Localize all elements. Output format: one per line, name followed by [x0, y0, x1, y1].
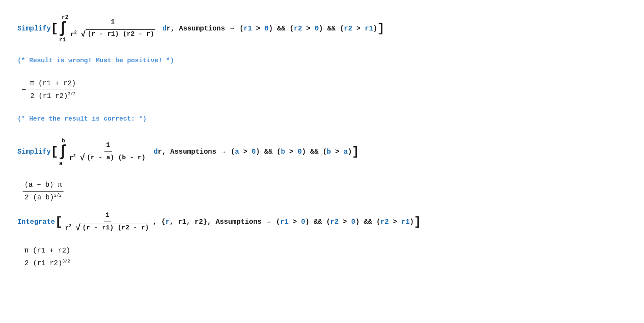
comment-text-1: (* Result is wrong! Must be positive! *)	[17, 56, 627, 66]
out-denom-3: 2 (r1 r2)3/2	[23, 257, 72, 269]
assumptions-value-3: (r1 > 0) && (r2 > 0) && (r2 > r1)	[276, 217, 414, 227]
cell-1-input: Simplify[ r2 ∫ r1 1 r2 √(r - r1) (r2 - r…	[17, 13, 627, 44]
dr-2: dr	[154, 147, 162, 157]
input-expression-2: Simplify[ b ∫ a 1 r2 √(r - a) (b - r) dr…	[17, 137, 627, 168]
close-bracket-2: ]	[352, 146, 359, 158]
int-symbol-1: ∫	[58, 22, 68, 36]
integrate-keyword: Integrate	[17, 217, 55, 227]
output-fraction-3: π (r1 + r2) 2 (r1 r2)3/2	[23, 246, 72, 269]
output-expr-2: (a + b) π 2 (a b)3/2	[22, 180, 627, 203]
assumptions-keyword-2: Assumptions	[170, 147, 216, 157]
integration-range: {r, r1, r2}	[161, 217, 208, 227]
integral-2: b ∫ a 1 r2 √(r - a) (b - r)	[58, 137, 150, 168]
cell-2-input: Simplify[ b ∫ a 1 r2 √(r - a) (b - r) dr…	[17, 137, 627, 168]
comment-2: (* Here the result is correct: *)	[17, 114, 627, 124]
output-2: (a + b) π 2 (a b)3/2	[22, 180, 627, 203]
numerator-1: 1	[109, 17, 117, 29]
denominator-1: r2 √(r - r1) (r2 - r)	[68, 28, 157, 40]
cell-3-input: Integrate[ 1 r2 √(r - r1) (r2 - r) , {r,…	[17, 211, 627, 233]
assumptions-value-2: (a > 0) && (b > 0) && (b > a)	[231, 147, 352, 157]
output-fraction-2: (a + b) π 2 (a b)3/2	[23, 180, 64, 203]
simplify-keyword-1: Simplify	[17, 24, 51, 34]
integral-1: r2 ∫ r1 1 r2 √(r - r1) (r2 - r)	[58, 13, 158, 44]
denominator-2: r2 √(r - a) (b - r)	[67, 152, 148, 164]
out-numer-2: (a + b) π	[23, 180, 64, 192]
numerator-2: 1	[104, 141, 112, 152]
comment-text-2: (* Here the result is correct: *)	[17, 114, 627, 124]
assumptions-keyword-3: Assumptions	[215, 217, 262, 227]
output-fraction-1: π (r1 + r2) 2 (r1 r2)3/2	[28, 78, 78, 101]
open-bracket-3: [	[55, 216, 62, 228]
out-numer-1: π (r1 + r2)	[28, 78, 78, 90]
close-bracket-1: ]	[377, 23, 385, 35]
lower-limit-1: r1	[59, 36, 66, 44]
output-1: − π (r1 + r2) 2 (r1 r2)3/2	[22, 78, 627, 101]
input-expression-1: Simplify[ r2 ∫ r1 1 r2 √(r - r1) (r2 - r…	[17, 13, 627, 44]
input-expression-3: Integrate[ 1 r2 √(r - r1) (r2 - r) , {r,…	[17, 211, 627, 233]
integrand-fraction-1: 1 r2 √(r - r1) (r2 - r)	[68, 17, 157, 40]
lower-limit-2: a	[59, 159, 63, 168]
output-3: π (r1 + r2) 2 (r1 r2)3/2	[22, 246, 627, 269]
output-expr-3: π (r1 + r2) 2 (r1 r2)3/2	[22, 246, 627, 269]
integrand-fraction-3: 1 r2 √(r - r1) (r2 - r)	[63, 211, 152, 233]
output-expr-1: − π (r1 + r2) 2 (r1 r2)3/2	[22, 78, 627, 101]
minus-sign-1: −	[22, 84, 27, 96]
dr-1: dr	[162, 24, 171, 34]
denominator-3: r2 √(r - r1) (r2 - r)	[63, 222, 152, 234]
open-bracket-1: [	[51, 23, 58, 35]
assumptions-keyword-1: Assumptions	[179, 24, 225, 34]
numerator-3: 1	[104, 211, 111, 222]
assumptions-value-1: (r1 > 0) && (r2 > 0) && (r2 > r1)	[239, 24, 377, 34]
simplify-keyword-2: Simplify	[17, 147, 51, 157]
out-denom-2: 2 (a b)3/2	[23, 192, 64, 203]
comment-1: (* Result is wrong! Must be positive! *)	[17, 56, 627, 66]
out-denom-1: 2 (r1 r2)3/2	[28, 90, 77, 101]
close-bracket-3: ]	[414, 216, 421, 228]
integrand-fraction-2: 1 r2 √(r - a) (b - r)	[67, 141, 148, 163]
int-symbol-2: ∫	[58, 145, 68, 159]
out-numer-3: π (r1 + r2)	[23, 246, 72, 257]
open-bracket-2: [	[51, 146, 58, 158]
